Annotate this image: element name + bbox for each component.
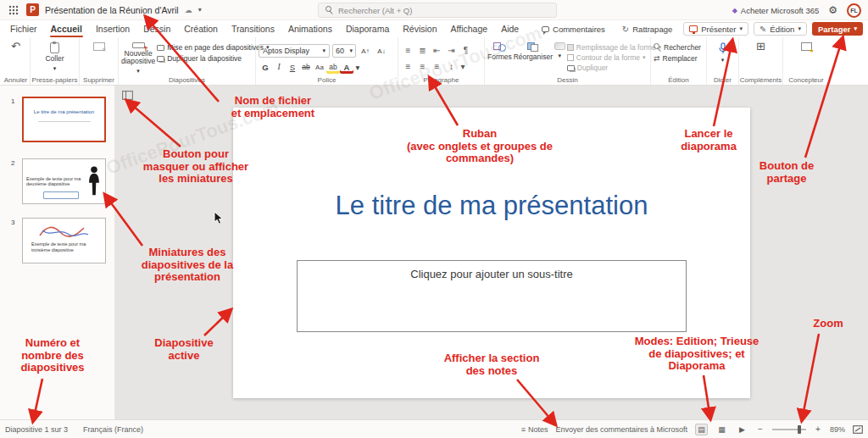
tab-aide[interactable]: Aide	[494, 20, 526, 37]
search-box[interactable]: Rechercher (Alt + Q)	[318, 3, 557, 18]
buy-microsoft365-link[interactable]: ◆ Acheter Microsoft 365	[732, 6, 820, 15]
notes-toggle-button[interactable]: ≡ Notes	[521, 425, 548, 434]
catchup-label: Rattrapage	[632, 25, 672, 34]
numbering-button[interactable]: ≣	[415, 44, 430, 57]
addins-button[interactable]: ⊞	[756, 40, 765, 75]
font-color-button[interactable]: A	[340, 60, 353, 74]
duplicate-shape-button[interactable]: Dupliquer	[567, 64, 662, 72]
share-button[interactable]: Partager ▾	[812, 22, 863, 36]
language-button[interactable]: Français (France)	[83, 425, 143, 434]
powerpoint-logo-icon[interactable]: P	[26, 3, 39, 16]
clear-formatting-button[interactable]: Aa	[313, 60, 326, 74]
delete-slide-button[interactable]	[93, 40, 105, 75]
tab-fichier[interactable]: Fichier	[3, 20, 44, 37]
group-label-designer: Concepteur	[783, 76, 829, 84]
fit-to-window-button[interactable]	[853, 425, 863, 434]
zoom-out-button[interactable]: −	[756, 424, 765, 434]
shape-fill-label: Remplissage de la forme	[576, 43, 656, 52]
paragraph-more-chevron[interactable]: ▾	[459, 60, 467, 73]
slide-1-thumbnail[interactable]: Le titre de ma présentation	[22, 97, 106, 142]
indent-button[interactable]: ⇥	[444, 44, 459, 57]
tab-accueil[interactable]: Accueil	[44, 20, 89, 37]
tab-affichage[interactable]: Affichage	[444, 20, 495, 37]
topbar-right: ◆ Acheter Microsoft 365 ⚙ FL	[732, 0, 861, 20]
editing-mode-button[interactable]: ✎ Édition ▾	[754, 22, 807, 36]
document-title[interactable]: Présentation de la Réunion d'Avril	[45, 5, 179, 15]
account-avatar[interactable]: FL	[847, 3, 861, 18]
view-normal-button[interactable]: ▤	[695, 424, 708, 435]
zoom-slider[interactable]	[772, 429, 806, 430]
subtitle-placeholder[interactable]: Cliquez pour ajouter un sous-titre	[297, 260, 687, 332]
shape-styles-button[interactable]: ▾	[554, 40, 565, 75]
group-label-drawing: Dessin	[485, 76, 650, 84]
paste-button[interactable]: Coller ▾	[45, 40, 64, 75]
catchup-icon: ↻	[622, 25, 629, 34]
addins-icon: ⊞	[756, 42, 765, 50]
new-slide-button[interactable]: Nouvelle diapositive ▾	[121, 40, 155, 75]
view-slideshow-button[interactable]: ▶	[736, 424, 748, 435]
duplicate-shape-label: Dupliquer	[577, 64, 608, 72]
title-chevron-icon[interactable]: ▾	[198, 6, 202, 14]
scribble-drawing-image	[37, 223, 92, 240]
font-name-select[interactable]: Aptos Display ▾	[259, 44, 330, 58]
undo-button[interactable]: ↶	[11, 40, 20, 75]
shrink-font-button[interactable]: A↓	[375, 44, 388, 58]
arrange-button[interactable]: Réorganiser	[514, 40, 553, 75]
outdent-button[interactable]: ⇤	[430, 44, 444, 57]
app-launcher-button[interactable]	[7, 3, 20, 17]
align-center-button[interactable]: ≡	[415, 60, 430, 73]
underline-button[interactable]: S	[286, 60, 299, 74]
waffle-icon	[8, 5, 19, 15]
bullets-button[interactable]: ≡	[401, 44, 415, 57]
tab-revision[interactable]: Révision	[396, 20, 443, 37]
slide-title-text[interactable]: Le titre de ma présentation	[233, 191, 750, 221]
font-more-chevron[interactable]: ▾	[353, 60, 362, 74]
italic-button[interactable]: I	[272, 60, 286, 74]
collapse-panel-icon	[122, 91, 133, 100]
search-icon	[326, 6, 333, 14]
dictate-button[interactable]: ▾	[718, 40, 728, 75]
align-right-button[interactable]: ≡	[430, 60, 444, 73]
comments-button[interactable]: Commentaires	[536, 22, 611, 36]
tab-animations[interactable]: Animations	[281, 20, 339, 37]
toggle-thumbnails-button[interactable]	[120, 89, 135, 102]
present-button[interactable]: Présenter ▾	[683, 22, 748, 36]
comments-icon	[542, 26, 549, 32]
bold-button[interactable]: G	[259, 60, 272, 74]
shapes-label: Formes	[487, 53, 512, 61]
replace-button[interactable]: ⇄ Remplacer	[654, 54, 701, 63]
tab-dessin[interactable]: Dessin	[136, 20, 177, 37]
text-highlight-button[interactable]: ab	[326, 60, 340, 74]
tab-transitions[interactable]: Transitions	[225, 20, 281, 37]
view-slide-sorter-button[interactable]: ▦	[715, 424, 728, 435]
feedback-button[interactable]: Envoyer des commentaires à Microsoft	[555, 425, 687, 434]
group-label-editing: Édition	[651, 76, 706, 84]
slide-layout-button[interactable]: Mise en page des diapositives ▾	[157, 43, 269, 52]
slide-2-thumbnail[interactable]: Exemple de texte pour ma deuxième diapos…	[22, 158, 106, 204]
zoom-percentage[interactable]: 89%	[830, 425, 845, 434]
line-spacing-button[interactable]: ↕	[444, 60, 459, 73]
shape-outline-button[interactable]: Contour de la forme ▾	[567, 53, 662, 62]
font-size-select[interactable]: 60 ▾	[332, 44, 356, 58]
designer-button[interactable]: ★	[801, 40, 812, 75]
align-left-button[interactable]: ≡	[401, 60, 415, 73]
tab-creation[interactable]: Création	[177, 20, 225, 37]
duplicate-slide-button[interactable]: Dupliquer la diapositive	[157, 54, 269, 63]
replace-label: Remplacer	[663, 54, 698, 63]
topbar-left: P Présentation de la Réunion d'Avril ☁ ▾	[0, 3, 202, 17]
tab-diaporama[interactable]: Diaporama	[339, 20, 396, 37]
slide-3-thumbnail[interactable]: Exemple de texte pour ma troisième diapo…	[22, 218, 106, 263]
share-label: Partager	[818, 25, 851, 34]
strikethrough-button[interactable]: ab	[299, 60, 313, 74]
zoom-in-button[interactable]: +	[814, 424, 822, 434]
catchup-button[interactable]: ↻ Rattrapage	[616, 22, 678, 36]
text-direction-button[interactable]: ¶	[459, 44, 473, 57]
zoom-slider-thumb[interactable]	[798, 425, 801, 434]
tab-insertion[interactable]: Insertion	[89, 20, 136, 37]
shapes-button[interactable]: Formes	[487, 40, 512, 75]
grow-font-button[interactable]: A↑	[359, 44, 372, 58]
shape-fill-button[interactable]: Remplissage de la forme ▾	[567, 43, 662, 52]
active-slide[interactable]: Le titre de ma présentation Cliquez pour…	[233, 108, 750, 398]
find-button[interactable]: Rechercher	[654, 43, 701, 52]
settings-gear-icon[interactable]: ⚙	[828, 4, 837, 16]
